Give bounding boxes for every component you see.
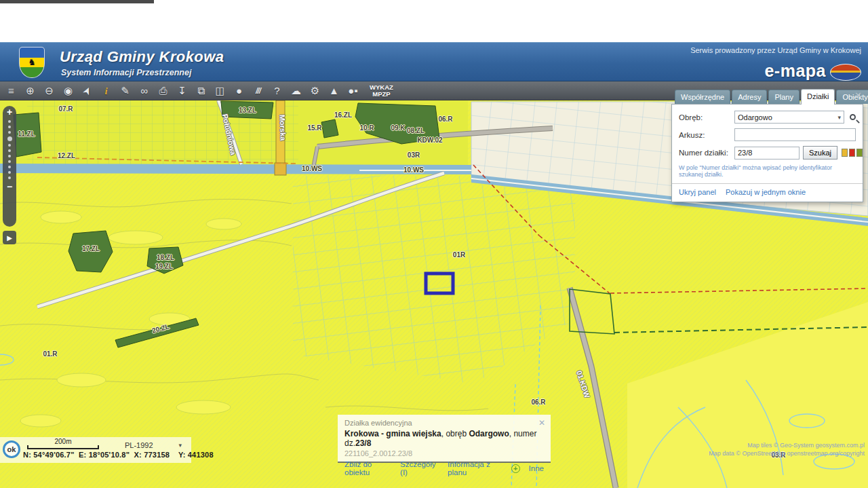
info-icon[interactable]: i bbox=[100, 82, 113, 100]
tab-adresy[interactable]: Adresy bbox=[732, 90, 767, 104]
attribution-data: Map data © OpenStreetMap openstreetmap.o… bbox=[709, 449, 865, 457]
panel-close-icon[interactable]: ✕ bbox=[854, 90, 862, 100]
scale-label: 200m bbox=[27, 438, 99, 445]
link-icon[interactable]: ∞ bbox=[138, 82, 151, 100]
zoom-level-dot[interactable] bbox=[8, 131, 11, 134]
tab-plany[interactable]: Plany bbox=[768, 90, 800, 104]
pointer-icon[interactable]: ➤ bbox=[77, 81, 98, 100]
scale-bar: 200m bbox=[27, 438, 99, 449]
obreb-select[interactable]: Odargowo ▾ bbox=[734, 111, 844, 124]
scale-line bbox=[27, 445, 99, 449]
hide-panel-link[interactable]: Ukryj panel bbox=[679, 188, 716, 196]
geoportal-logo bbox=[830, 64, 861, 81]
crs-select[interactable]: PL-1992 ▾ bbox=[122, 440, 184, 451]
zoom-level-dot[interactable] bbox=[8, 160, 11, 163]
zoom-out-icon[interactable]: ⊖ bbox=[43, 82, 56, 100]
arkusz-input[interactable] bbox=[734, 128, 856, 141]
search-panel: WspółrzędneAdresyPlanyDziałkiObiekty✕ Ob… bbox=[671, 89, 863, 202]
numer-dzialki-label: Numer działki: bbox=[679, 149, 734, 157]
legend-color-swatch[interactable] bbox=[842, 149, 848, 157]
zoom-level-dot[interactable] bbox=[8, 171, 11, 174]
ok-button[interactable]: ok bbox=[3, 440, 20, 458]
popup-gmina: Krokowa - gmina wiejska bbox=[344, 429, 441, 438]
comment-icon[interactable]: ● bbox=[233, 82, 245, 100]
obreb-value: Odargowo bbox=[738, 113, 772, 121]
crest-lion-icon: ♞ bbox=[28, 58, 36, 67]
other-link[interactable]: Inne bbox=[529, 464, 544, 472]
print-icon[interactable]: ⎙ bbox=[157, 82, 170, 100]
panel-footer-links: Ukryj panel Pokazuj w jednym oknie bbox=[679, 184, 856, 199]
help-icon[interactable]: ? bbox=[271, 82, 283, 100]
plus-circle-icon[interactable]: + bbox=[511, 464, 520, 473]
zoom-out-button[interactable]: − bbox=[7, 183, 12, 191]
details-link[interactable]: Szczegóły (I) bbox=[400, 460, 439, 476]
panel-body: Obręb: Odargowo ▾ Arkusz: Numer działki:… bbox=[671, 104, 863, 202]
zoom-level-dot[interactable] bbox=[8, 144, 11, 147]
app-window: ♞ Urząd Gminy Krokowa System Informacji … bbox=[0, 0, 868, 488]
cursor-coordinates: N: 54°49'06.7" E: 18°05'10.8" X: 773158 … bbox=[23, 451, 214, 459]
zoom-level-dot[interactable] bbox=[8, 166, 11, 168]
page-title: Urząd Gminy Krokowa bbox=[60, 48, 224, 66]
layout-icon[interactable]: ◫ bbox=[214, 82, 226, 100]
download-icon[interactable]: ↧ bbox=[176, 82, 189, 100]
north-arrow-icon[interactable]: ▲ bbox=[328, 82, 340, 100]
parcel-identifier: 221106_2.0012.23/8 bbox=[344, 449, 544, 457]
chevron-down-icon: ▾ bbox=[178, 442, 182, 449]
zoom-in-button[interactable]: + bbox=[7, 108, 12, 117]
popup-sep1: , obręb bbox=[441, 429, 469, 438]
layers-icon[interactable]: ≡ bbox=[5, 82, 18, 100]
zoom-level-dot[interactable] bbox=[8, 126, 11, 128]
header: ♞ Urząd Gminy Krokowa System Informacji … bbox=[0, 42, 868, 81]
draw-measure-icon[interactable]: ✎ bbox=[119, 82, 132, 100]
parcel-info-popup: Działka ewidencyjna ✕ Krokowa - gmina wi… bbox=[338, 415, 551, 463]
toolbar-icons: ≡⊕⊖◉➤i✎∞⎙↧⧉◫●///?☁⚙▲●▪ bbox=[5, 82, 359, 100]
page-subtitle: System Informacji Przestrzennej bbox=[61, 68, 191, 77]
numer-dzialki-input[interactable] bbox=[734, 147, 800, 159]
chevron-down-icon: ▾ bbox=[837, 114, 841, 121]
popup-numer: 23/8 bbox=[355, 438, 371, 448]
crs-value: PL-1992 bbox=[125, 441, 153, 449]
legend-color-swatch[interactable] bbox=[849, 149, 855, 157]
tab-wspolrzedne[interactable]: Współrzędne bbox=[675, 90, 730, 104]
legend-color-swatch[interactable] bbox=[856, 149, 863, 157]
cloud-upload-icon[interactable]: ☁ bbox=[290, 82, 302, 100]
service-note: Serwis prowadzony przez Urząd Gminy w Kr… bbox=[690, 46, 861, 54]
copy-window-icon[interactable]: ⧉ bbox=[195, 82, 208, 100]
single-window-link[interactable]: Pokazuj w jednym oknie bbox=[726, 188, 806, 196]
popup-subject: Krokowa - gmina wiejska, obręb Odargowo,… bbox=[344, 429, 544, 448]
zoom-to-object-link[interactable]: Zbliż do obiektu bbox=[344, 460, 391, 476]
status-bar: ok 200m PL-1992 ▾ N: 54°49'06.7" E: 18°0… bbox=[0, 437, 191, 463]
zoom-level-dot[interactable] bbox=[8, 120, 11, 123]
panel-tabs: WspółrzędneAdresyPlanyDziałkiObiekty✕ bbox=[671, 89, 863, 104]
szukaj-button[interactable]: Szukaj bbox=[803, 146, 837, 159]
zoom-level-dots bbox=[7, 120, 12, 179]
obreb-label: Obręb: bbox=[679, 113, 734, 121]
select-area-icon[interactable]: ◉ bbox=[62, 82, 75, 100]
zoom-level-dot[interactable] bbox=[8, 176, 11, 179]
top-dark-strip bbox=[0, 0, 154, 3]
wykaz-mpzp-button[interactable]: WYKAZ MPZP bbox=[370, 84, 393, 98]
plan-info-link[interactable]: Informacja z planu bbox=[448, 460, 502, 476]
search-icon[interactable] bbox=[850, 114, 856, 120]
zoom-level-dot[interactable] bbox=[7, 136, 12, 141]
emapa-brand[interactable]: e-mapa bbox=[764, 61, 826, 81]
arkusz-label: Arkusz: bbox=[679, 131, 734, 139]
settings-icon[interactable]: ⚙ bbox=[309, 82, 321, 100]
wykaz-line2: MPZP bbox=[372, 90, 390, 98]
expand-arrow-icon: ▶ bbox=[7, 234, 12, 242]
hatch-icon[interactable]: /// bbox=[252, 82, 264, 100]
tab-obiekty[interactable]: Obiekty bbox=[836, 90, 868, 104]
popup-obreb: Odargowo bbox=[469, 429, 509, 438]
tab-dzialki[interactable]: Działki bbox=[801, 89, 835, 105]
attribution-tiles: Map tiles © Geo-System geosystem.com.pl bbox=[709, 441, 865, 449]
panel-expand-button[interactable]: ▶ bbox=[3, 231, 16, 244]
popup-close-icon[interactable]: ✕ bbox=[538, 418, 545, 428]
legend-swatches bbox=[842, 149, 863, 157]
zoom-control: + − bbox=[3, 106, 16, 227]
zoom-level-dot[interactable] bbox=[8, 155, 11, 157]
zoom-in-icon[interactable]: ⊕ bbox=[24, 82, 37, 100]
zoom-level-dot[interactable] bbox=[8, 149, 11, 152]
panel-hint-text: W pole "Numer działki" można wpisać pełn… bbox=[679, 164, 856, 178]
streetview-icon[interactable]: ●▪ bbox=[347, 82, 359, 100]
browser-strip bbox=[0, 0, 868, 42]
